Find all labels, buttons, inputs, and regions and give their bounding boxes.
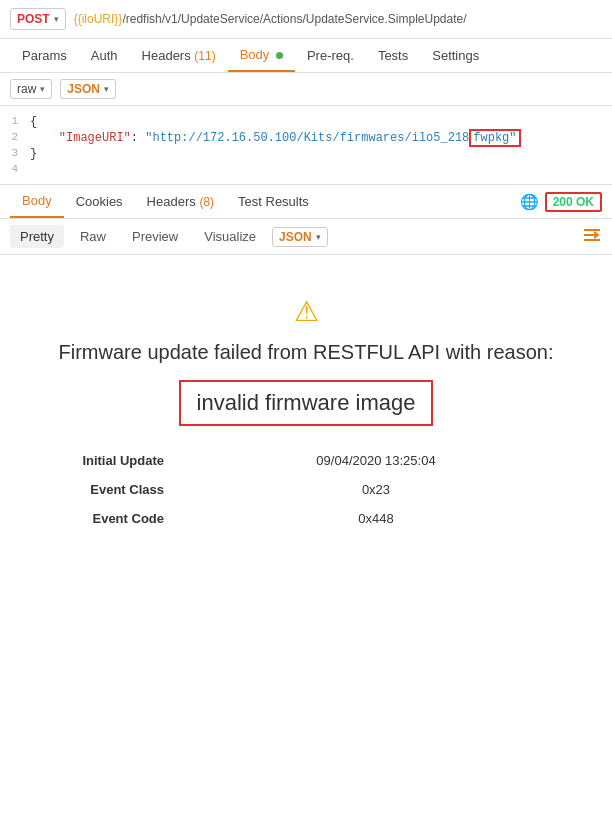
method-label: POST [17, 12, 50, 26]
error-block: ⚠ Firmware update failed from RESTFUL AP… [10, 275, 602, 553]
tab-prereq[interactable]: Pre-req. [295, 40, 366, 71]
body-type-label: raw [17, 82, 36, 96]
code-highlight: fwpkg" [469, 129, 520, 147]
line-number-1: 1 [0, 115, 30, 127]
code-content-1: { [30, 115, 612, 129]
url-variable: {{iloURI}} [74, 12, 123, 26]
tab-auth[interactable]: Auth [79, 40, 130, 71]
resp-headers-badge: (8) [199, 195, 214, 209]
response-body: ⚠ Firmware update failed from RESTFUL AP… [0, 255, 612, 563]
resp-tab-headers[interactable]: Headers (8) [135, 186, 226, 217]
response-format-bar: Pretty Raw Preview Visualize JSON ▾ [0, 219, 612, 255]
request-body-editor[interactable]: 1 { 2 "ImageURI": "http://172.16.50.100/… [0, 106, 612, 185]
info-value-event-code: 0x448 [180, 504, 572, 533]
url-bar: POST ▾ {{iloURI}}/redfish/v1/UpdateServi… [0, 0, 612, 39]
info-label-event-code: Event Code [40, 504, 180, 533]
info-table: Initial Update 09/04/2020 13:25:04 Event… [40, 446, 572, 533]
body-format-chevron: ▾ [104, 84, 109, 94]
line-number-3: 3 [0, 147, 30, 159]
info-row-event-class: Event Class 0x23 [40, 475, 572, 504]
info-value-initial-update: 09/04/2020 13:25:04 [180, 446, 572, 475]
headers-badge: (11) [194, 49, 215, 63]
resp-format-visualize[interactable]: Visualize [194, 225, 266, 248]
code-key: "ImageURI" [59, 131, 131, 145]
method-dropdown[interactable]: POST ▾ [10, 8, 66, 30]
code-content-2: "ImageURI": "http://172.16.50.100/Kits/f… [30, 131, 612, 145]
tab-params[interactable]: Params [10, 40, 79, 71]
body-format-select[interactable]: JSON ▾ [60, 79, 116, 99]
response-status: 🌐 200 OK [520, 192, 602, 212]
error-highlight-text: invalid firmware image [179, 380, 434, 426]
chevron-down-icon: ▾ [54, 14, 59, 24]
body-format-bar: raw ▾ JSON ▾ [0, 73, 612, 106]
body-dot-indicator [276, 52, 283, 59]
response-tabs: Body Cookies Headers (8) Test Results 🌐 … [0, 185, 612, 219]
status-ok-badge: 200 OK [545, 192, 602, 212]
error-title: Firmware update failed from RESTFUL API … [59, 338, 554, 366]
code-line-2: 2 "ImageURI": "http://172.16.50.100/Kits… [0, 130, 612, 146]
request-tabs: Params Auth Headers (11) Body Pre-req. T… [0, 39, 612, 73]
code-content-3: } [30, 147, 612, 161]
info-row-event-code: Event Code 0x448 [40, 504, 572, 533]
line-number-4: 4 [0, 163, 30, 175]
url-path: /redfish/v1/UpdateService/Actions/Update… [122, 12, 466, 26]
resp-format-raw[interactable]: Raw [70, 225, 116, 248]
resp-json-select[interactable]: JSON ▾ [272, 227, 328, 247]
resp-tab-cookies[interactable]: Cookies [64, 186, 135, 217]
info-label-initial-update: Initial Update [40, 446, 180, 475]
code-line-4: 4 [0, 162, 612, 176]
info-value-event-class: 0x23 [180, 475, 572, 504]
resp-format-pretty[interactable]: Pretty [10, 225, 64, 248]
tab-headers[interactable]: Headers (11) [130, 40, 228, 71]
body-type-select[interactable]: raw ▾ [10, 79, 52, 99]
tab-tests[interactable]: Tests [366, 40, 420, 71]
code-line-3: 3 } [0, 146, 612, 162]
tab-body[interactable]: Body [228, 39, 295, 72]
info-row-initial-update: Initial Update 09/04/2020 13:25:04 [40, 446, 572, 475]
wrap-icon[interactable] [582, 227, 602, 247]
tab-settings[interactable]: Settings [420, 40, 491, 71]
url-field[interactable]: {{iloURI}}/redfish/v1/UpdateService/Acti… [74, 12, 602, 26]
body-format-label: JSON [67, 82, 100, 96]
line-number-2: 2 [0, 131, 30, 143]
response-tabs-left: Body Cookies Headers (8) Test Results [10, 185, 321, 218]
resp-format-preview[interactable]: Preview [122, 225, 188, 248]
code-line-1: 1 { [0, 114, 612, 130]
resp-tab-body[interactable]: Body [10, 185, 64, 218]
info-label-event-class: Event Class [40, 475, 180, 504]
json-chevron: ▾ [316, 232, 321, 242]
body-type-chevron: ▾ [40, 84, 45, 94]
globe-icon: 🌐 [520, 193, 539, 211]
code-value: "http://172.16.50.100/Kits/firmwares/ilo… [145, 131, 469, 145]
warning-icon: ⚠ [294, 295, 319, 328]
resp-tab-test-results[interactable]: Test Results [226, 186, 321, 217]
json-label: JSON [279, 230, 312, 244]
